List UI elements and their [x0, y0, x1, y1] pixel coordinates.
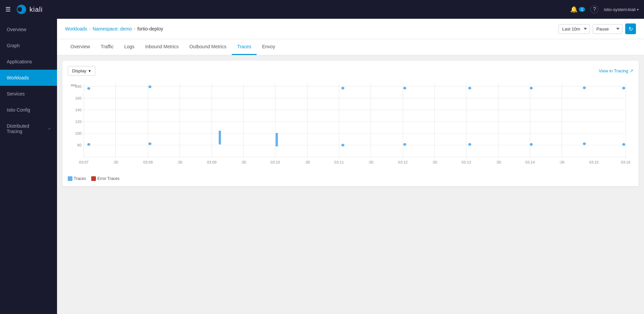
sidebar-item-services[interactable]: Services	[0, 86, 57, 102]
notification-badge: 1	[579, 7, 585, 12]
display-button[interactable]: Display ▾	[68, 66, 95, 76]
sidebar-item-workloads[interactable]: Workloads	[0, 70, 57, 86]
sidebar-item-istio-config[interactable]: Istio Config	[0, 102, 57, 118]
legend-traces-label: Traces	[74, 176, 86, 181]
view-tracing-link[interactable]: View in Tracing ↗	[599, 68, 633, 73]
kiali-logo-icon	[16, 4, 27, 15]
svg-text:03:08: 03:08	[143, 161, 153, 164]
sidebar-item-label: Graph	[7, 43, 20, 48]
chart-header: Display ▾ View in Tracing ↗	[68, 66, 633, 76]
sidebar: Overview Graph Applications Workloads Se…	[0, 19, 57, 314]
app-logo: kiali	[16, 4, 43, 15]
display-caret-icon: ▾	[89, 68, 91, 73]
tab-overview[interactable]: Overview	[65, 39, 95, 55]
trace-point[interactable]	[403, 143, 406, 146]
trace-point[interactable]	[468, 143, 471, 146]
svg-text:03:13: 03:13	[462, 161, 471, 164]
tab-logs[interactable]: Logs	[119, 39, 140, 55]
svg-text:03:10: 03:10	[270, 161, 280, 164]
svg-point-1	[17, 7, 22, 12]
svg-text::30: :30	[113, 161, 118, 164]
trace-chart-svg: ms 180 160 140 120 10	[68, 80, 633, 174]
svg-text:03:11: 03:11	[334, 161, 344, 164]
trace-point[interactable]	[530, 143, 533, 146]
trace-point[interactable]	[148, 142, 151, 145]
topbar: Workloads › Namespace: demo › fortio-dep…	[57, 19, 644, 39]
trace-point[interactable]	[622, 143, 625, 146]
legend-error-traces-label: Error Traces	[97, 176, 119, 181]
trace-point[interactable]	[87, 87, 90, 90]
svg-text:03:15: 03:15	[589, 161, 599, 164]
refresh-button[interactable]: ↻	[625, 23, 636, 34]
breadcrumb-current: fortio-deploy	[137, 26, 163, 32]
refresh-icon: ↻	[629, 26, 633, 32]
svg-text::30: :30	[368, 161, 373, 164]
tab-traces[interactable]: Traces	[232, 39, 257, 55]
tab-outbound-metrics[interactable]: Outbound Metrics	[184, 39, 232, 55]
svg-text:03:09: 03:09	[207, 161, 217, 164]
sidebar-item-label: Applications	[7, 59, 32, 64]
trace-point[interactable]	[341, 144, 344, 146]
traces-chart-container: Display ▾ View in Tracing ↗ ms	[62, 61, 639, 186]
topbar-controls: Last 10m Last 30m Last 1h Pause Resume ↻	[558, 23, 636, 34]
breadcrumb-sep-1: ›	[89, 26, 91, 31]
legend-traces: Traces	[68, 176, 86, 181]
sidebar-item-applications[interactable]: Applications	[0, 54, 57, 70]
user-menu[interactable]: istio-system:kiali ▾	[604, 7, 639, 12]
trace-point[interactable]	[583, 86, 586, 89]
svg-text::30: :30	[241, 161, 246, 164]
help-icon[interactable]: ?	[590, 5, 598, 13]
legend-error-traces: Error Traces	[91, 176, 119, 181]
svg-text:100: 100	[75, 132, 82, 135]
svg-text::30: :30	[305, 161, 310, 164]
tab-envoy[interactable]: Envoy	[257, 39, 280, 55]
svg-point-2	[21, 8, 25, 11]
svg-text::30: :30	[496, 161, 501, 164]
trace-point[interactable]	[583, 142, 586, 145]
username-label: istio-system:kiali	[604, 7, 636, 12]
sidebar-item-graph[interactable]: Graph	[0, 38, 57, 54]
trace-point[interactable]	[468, 87, 471, 89]
tabs-bar: Overview Traffic Logs Inbound Metrics Ou…	[57, 39, 644, 55]
legend-traces-color	[68, 176, 72, 181]
trace-point[interactable]	[341, 87, 344, 89]
menu-icon[interactable]: ☰	[5, 6, 11, 13]
external-link-icon: ↗	[48, 127, 50, 131]
sidebar-item-overview[interactable]: Overview	[0, 21, 57, 38]
display-label: Display	[72, 68, 87, 73]
chart-legend: Traces Error Traces	[68, 176, 633, 181]
trace-point[interactable]	[87, 143, 90, 146]
svg-text:03:12: 03:12	[398, 161, 408, 164]
chart-svg-wrapper: ms 180 160 140 120 10	[68, 80, 633, 175]
sidebar-item-label: Distributed Tracing	[7, 123, 44, 134]
tab-inbound-metrics[interactable]: Inbound Metrics	[140, 39, 184, 55]
svg-text:140: 140	[75, 108, 82, 112]
trace-point[interactable]	[148, 85, 151, 88]
svg-text:120: 120	[75, 120, 82, 124]
main-content: Workloads › Namespace: demo › fortio-dep…	[57, 19, 644, 314]
breadcrumb-sep-2: ›	[134, 26, 135, 31]
user-menu-caret: ▾	[637, 8, 639, 11]
breadcrumb-workloads[interactable]: Workloads	[65, 26, 87, 32]
pause-select[interactable]: Pause Resume	[593, 24, 623, 34]
svg-text:80: 80	[77, 143, 82, 147]
trace-point[interactable]	[403, 87, 406, 89]
trace-point[interactable]	[530, 87, 533, 89]
svg-text::30: :30	[559, 161, 565, 164]
trace-point[interactable]	[622, 87, 625, 89]
bell-icon[interactable]: 🔔	[570, 6, 578, 13]
svg-text:160: 160	[75, 97, 82, 100]
tab-traffic[interactable]: Traffic	[95, 39, 119, 55]
logo-text: kiali	[30, 6, 43, 13]
sidebar-item-label: Services	[7, 91, 25, 97]
svg-text:180: 180	[75, 85, 82, 88]
external-link-icon: ↗	[630, 68, 633, 73]
sidebar-item-distributed-tracing[interactable]: Distributed Tracing ↗	[0, 118, 57, 139]
breadcrumb-namespace[interactable]: Namespace: demo	[93, 26, 132, 32]
sidebar-item-label: Istio Config	[7, 107, 30, 113]
svg-text::30: :30	[432, 161, 437, 164]
time-range-select[interactable]: Last 10m Last 30m Last 1h	[558, 24, 590, 34]
legend-error-traces-color	[91, 176, 96, 181]
svg-text:03:14: 03:14	[525, 161, 535, 164]
app-header: ☰ kiali 🔔 1 ? istio-system:kiali ▾	[0, 0, 644, 19]
